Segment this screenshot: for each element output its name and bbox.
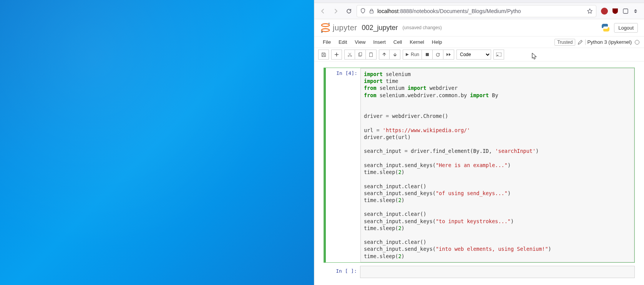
interrupt-button[interactable] xyxy=(422,50,433,60)
move-down-button[interactable] xyxy=(390,50,400,60)
edit-icon[interactable] xyxy=(578,40,583,45)
menu-help[interactable]: Help xyxy=(428,38,446,46)
kernel-indicator-icon xyxy=(635,40,639,45)
menu-kernel[interactable]: Kernel xyxy=(406,38,428,46)
browser-window: localhost:8888/notebooks/Documents/_Blog… xyxy=(314,0,644,285)
menu-cell[interactable]: Cell xyxy=(390,38,406,46)
menu-edit[interactable]: Edit xyxy=(335,38,351,46)
copy-button[interactable] xyxy=(355,50,366,60)
restart-button[interactable] xyxy=(433,50,443,60)
extension-angular-icon[interactable] xyxy=(601,8,608,15)
svg-rect-0 xyxy=(370,11,373,13)
extension-ublock-icon[interactable] xyxy=(612,8,619,15)
reload-button[interactable] xyxy=(344,6,354,17)
svg-point-6 xyxy=(348,55,349,56)
svg-rect-14 xyxy=(497,55,498,56)
cell-type-select[interactable]: Code xyxy=(456,50,491,60)
add-cell-button[interactable] xyxy=(331,50,342,60)
command-palette-button[interactable] xyxy=(493,50,504,60)
move-up-button[interactable] xyxy=(379,50,390,60)
windows-desktop xyxy=(0,0,314,285)
svg-rect-12 xyxy=(426,53,429,56)
svg-point-5 xyxy=(321,31,323,33)
cell-prompt: In [ ]: xyxy=(325,266,360,278)
paste-button[interactable] xyxy=(366,50,377,60)
url-bar[interactable]: localhost:8888/notebooks/Documents/_Blog… xyxy=(357,5,596,17)
bookmark-star-icon[interactable] xyxy=(587,8,593,14)
cell-prompt: In [4]: xyxy=(326,68,360,262)
svg-rect-10 xyxy=(369,53,372,56)
cell-input-area[interactable]: import selenium import time from seleniu… xyxy=(360,68,634,262)
kernel-name[interactable]: Python 3 (ipykernel) xyxy=(585,39,633,45)
menu-view[interactable]: View xyxy=(351,38,369,46)
jupyter-page: jupyter 002_jupyter (unsaved changes) Lo… xyxy=(314,19,644,285)
svg-point-7 xyxy=(350,55,352,56)
svg-point-2 xyxy=(322,24,329,27)
save-button[interactable] xyxy=(318,50,329,60)
toolbar: Run Code xyxy=(314,48,644,61)
jupyter-logo-icon xyxy=(320,22,330,33)
extension-icons xyxy=(599,8,641,15)
svg-rect-1 xyxy=(623,9,628,13)
notebook-name[interactable]: 002_jupyter xyxy=(362,24,398,32)
svg-rect-13 xyxy=(496,53,501,56)
extension-generic-icon[interactable] xyxy=(622,8,629,14)
code-cell[interactable]: In [4]:import selenium import time from … xyxy=(324,68,635,263)
cut-button[interactable] xyxy=(344,50,355,60)
run-button-label: Run xyxy=(411,52,419,57)
menu-bar: File Edit View Insert Cell Kernel Help T… xyxy=(314,36,644,48)
menu-file[interactable]: File xyxy=(319,38,335,46)
overflow-menu-icon[interactable] xyxy=(632,8,639,14)
svg-point-3 xyxy=(322,29,329,31)
browser-tab-strip[interactable] xyxy=(314,0,644,3)
forward-button[interactable] xyxy=(330,6,341,17)
jupyter-logo-text: jupyter xyxy=(333,23,357,32)
svg-rect-9 xyxy=(359,52,362,55)
code-cell[interactable]: In [ ]: xyxy=(324,266,635,278)
lock-icon xyxy=(369,8,374,14)
shield-icon xyxy=(360,8,366,14)
restart-run-all-button[interactable] xyxy=(443,50,454,60)
python-kernel-icon xyxy=(601,23,610,32)
save-status: (unsaved changes) xyxy=(403,25,442,30)
notebook-header: jupyter 002_jupyter (unsaved changes) Lo… xyxy=(314,19,644,36)
logout-button[interactable]: Logout xyxy=(614,23,638,33)
svg-rect-11 xyxy=(370,52,372,53)
menu-insert[interactable]: Insert xyxy=(369,38,390,46)
url-text: localhost:8888/notebooks/Documents/_Blog… xyxy=(377,8,521,14)
run-button[interactable]: Run xyxy=(403,50,422,60)
back-button[interactable] xyxy=(317,6,328,17)
jupyter-logo[interactable]: jupyter xyxy=(320,22,357,33)
browser-navbar: localhost:8888/notebooks/Documents/_Blog… xyxy=(314,3,644,19)
trusted-indicator[interactable]: Trusted xyxy=(554,39,575,46)
svg-point-4 xyxy=(328,23,330,24)
cell-input-area[interactable] xyxy=(360,266,635,278)
notebook-container: In [4]:import selenium import time from … xyxy=(314,61,644,285)
